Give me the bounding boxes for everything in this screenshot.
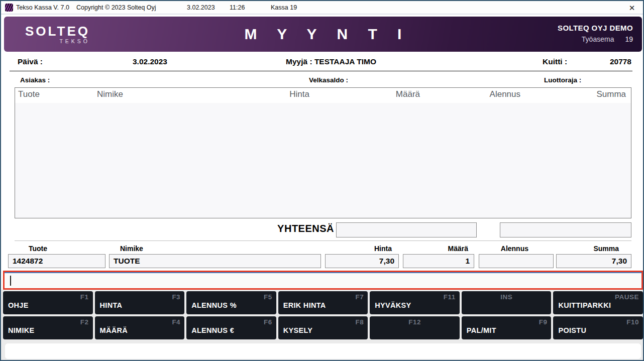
fkey-ohje-label: OHJE: [8, 301, 29, 309]
entry-label-tuote: Tuote: [8, 245, 105, 254]
fkey-hinta-button[interactable]: F3HINTA: [95, 291, 185, 314]
fkey-ins-blank-shortcut: INS: [462, 293, 552, 301]
fkey-poistu-label: POISTU: [558, 326, 586, 334]
balance-label: Velkasaldo :: [309, 76, 348, 84]
fkey-hyvaksy-button[interactable]: F11HYVÄKSY: [370, 291, 460, 314]
entry-label-alennus: Alennus: [479, 245, 554, 254]
fkey-erik-hinta-label: ERIK HINTA: [283, 301, 326, 309]
tuote-input[interactable]: 1424872: [8, 254, 105, 268]
column-header-summa: Summa: [596, 89, 626, 99]
fkey-maara-shortcut: F4: [172, 318, 180, 326]
app-icon: [5, 4, 13, 12]
command-input[interactable]: [3, 271, 643, 290]
fkey-nimike-label: NIMIKE: [8, 326, 35, 334]
fkey-kysely-shortcut: F8: [356, 318, 364, 326]
hinta-input[interactable]: 7,30: [325, 254, 399, 268]
entry-field-alennus: Alennus: [479, 245, 554, 268]
column-header-alennus: Alennus: [490, 89, 520, 99]
fkey-alennus-prosentti-shortcut: F5: [264, 293, 272, 301]
fkey-maara-label: MÄÄRÄ: [100, 326, 128, 334]
workstation-number: 19: [625, 35, 633, 43]
fkey-kuittiparkki-shortcut: PAUSE: [615, 293, 639, 301]
fkey-hinta-shortcut: F3: [172, 293, 180, 301]
entry-field-maara: Määrä 1: [403, 245, 474, 268]
register-id: Kassa 19: [271, 4, 297, 11]
receipt-lines-table: Tuote Nimike Hinta Määrä Alennus Summa: [15, 87, 631, 218]
entry-label-summa: Summa: [556, 245, 631, 254]
text-caret: [10, 276, 11, 286]
seller-label: Myyjä :: [286, 57, 312, 66]
fkey-alennus-euro-shortcut: F6: [264, 318, 272, 326]
fkey-maara-button[interactable]: F4MÄÄRÄ: [95, 316, 185, 339]
column-header-nimike: Nimike: [97, 89, 123, 99]
credit-label: Luottoraja :: [544, 76, 581, 84]
fkey-alennus-prosentti-button[interactable]: F5ALENNUS %: [186, 291, 276, 314]
receipt-number: 20778: [581, 57, 631, 66]
fkey-nimike-button[interactable]: F2NIMIKE: [3, 316, 93, 339]
window-title: Tekso Kassa V. 7.0: [16, 4, 69, 11]
close-icon[interactable]: ✕: [626, 3, 638, 13]
entry-label-nimike: Nimike: [109, 245, 321, 254]
fkey-poistu-button[interactable]: F10POISTU: [553, 316, 643, 339]
titlebar-date: 3.02.2023: [187, 4, 215, 11]
entry-label-maara: Määrä: [403, 245, 474, 254]
column-header-maara: Määrä: [396, 89, 420, 99]
app-header: SOLTEQ TEKSO M Y Y N T I SOLTEQ OYJ DEMO…: [4, 17, 642, 52]
receipt-label: Kuitti :: [543, 57, 567, 66]
fkey-pal-mit-label: PAL/MIT: [467, 326, 496, 334]
fkey-f12-blank-button[interactable]: F12: [370, 316, 460, 339]
nimike-input[interactable]: TUOTE: [109, 254, 321, 268]
customer-label: Asiakas :: [20, 76, 50, 84]
fkey-poistu-shortcut: F10: [626, 318, 639, 326]
divider-line: [10, 71, 632, 71]
fkey-f12-blank-shortcut: F12: [370, 318, 460, 326]
app-window: Tekso Kassa V. 7.0 Copyright © 2023 Solt…: [0, 0, 644, 361]
fkey-kysely-label: KYSELY: [283, 326, 312, 334]
titlebar-time: 11:26: [230, 4, 245, 11]
fkey-nimike-shortcut: F2: [80, 318, 89, 326]
fkey-kysely-button[interactable]: F8KYSELY: [278, 316, 368, 339]
entry-field-summa: Summa 7,30: [556, 245, 631, 268]
header-company-block: SOLTEQ OYJ DEMO Työasema19: [558, 24, 633, 43]
alennus-input[interactable]: [479, 254, 554, 268]
maara-input[interactable]: 1: [403, 254, 474, 268]
workstation-info: Työasema19: [558, 35, 633, 43]
fkey-erik-hinta-button[interactable]: F7ERIK HINTA: [278, 291, 368, 314]
titlebar[interactable]: Tekso Kassa V. 7.0 Copyright © 2023 Solt…: [1, 1, 643, 15]
fkey-ohje-button[interactable]: F1OHJE: [3, 291, 93, 314]
fkey-erik-hinta-shortcut: F7: [356, 293, 364, 301]
function-key-panel: F1OHJEF3HINTAF5ALENNUS %F7ERIK HINTAF11H…: [3, 291, 643, 339]
table-header-row: Tuote Nimike Hinta Määrä Alennus Summa: [15, 88, 631, 103]
divider-line-light: [15, 240, 631, 241]
total-secondary-field: [500, 222, 631, 237]
total-amount-field: [336, 222, 477, 237]
fkey-ohje-shortcut: F1: [80, 293, 89, 301]
copyright-text: Copyright © 2023 Solteq Oyj: [76, 4, 156, 11]
fkey-kuittiparkki-button[interactable]: PAUSEKUITTIPARKKI: [553, 291, 643, 314]
fkey-kuittiparkki-label: KUITTIPARKKI: [558, 301, 611, 309]
date-value: 3.02.2023: [133, 57, 167, 66]
seller-line: Myyjä : TESTAAJA TIMO: [286, 57, 376, 66]
summa-input[interactable]: 7,30: [556, 254, 631, 268]
workstation-label: Työasema: [582, 35, 614, 43]
seller-name: TESTAAJA TIMO: [314, 57, 376, 66]
date-label: Päivä :: [18, 57, 43, 66]
fkey-hinta-label: HINTA: [100, 301, 123, 309]
status-bar: [5, 343, 641, 359]
fkey-ins-blank-button[interactable]: INS: [462, 291, 552, 314]
column-header-hinta: Hinta: [289, 89, 309, 99]
fkey-hyvaksy-label: HYVÄKSY: [375, 301, 411, 309]
fkey-alennus-prosentti-label: ALENNUS %: [191, 301, 237, 309]
fkey-pal-mit-shortcut: F9: [539, 318, 548, 326]
entry-field-nimike: Nimike TUOTE: [109, 245, 321, 268]
fkey-alennus-euro-button[interactable]: F6ALENNUS €: [186, 316, 276, 339]
entry-field-hinta: Hinta 7,30: [325, 245, 399, 268]
fkey-alennus-euro-label: ALENNUS €: [191, 326, 234, 334]
fkey-hyvaksy-shortcut: F11: [444, 293, 456, 301]
entry-label-hinta: Hinta: [325, 245, 399, 254]
entry-field-tuote: Tuote 1424872: [8, 245, 105, 268]
column-header-tuote: Tuote: [18, 89, 40, 99]
page-title: M Y Y N T I: [4, 26, 642, 43]
company-name: SOLTEQ OYJ DEMO: [558, 24, 633, 32]
fkey-pal-mit-button[interactable]: F9PAL/MIT: [462, 316, 552, 339]
